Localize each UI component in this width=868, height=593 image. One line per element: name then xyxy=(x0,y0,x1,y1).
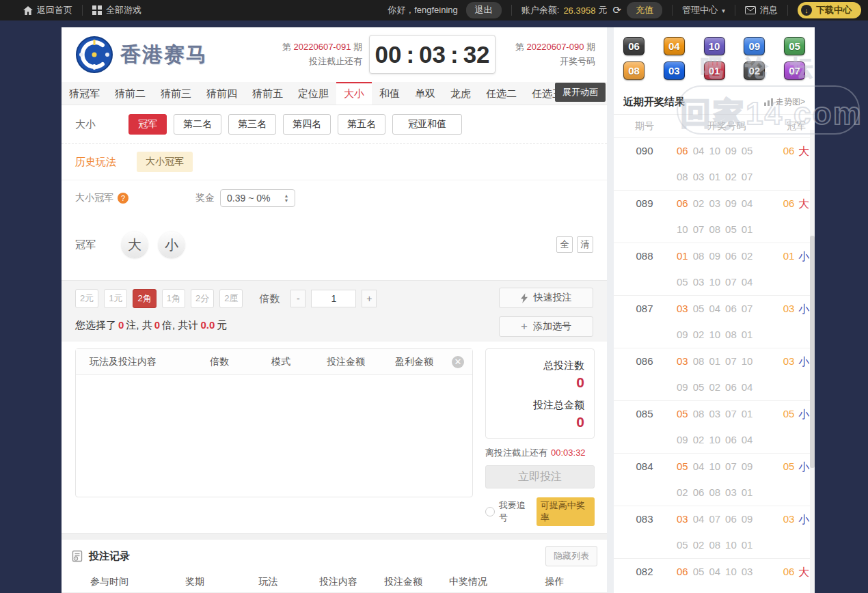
multiplier-minus-button[interactable]: - xyxy=(290,290,306,307)
result-number: 08 xyxy=(709,532,720,558)
summary-text: 注, 共 xyxy=(126,319,152,331)
download-icon: ↓ xyxy=(801,5,812,16)
bet-deadline-value: 00:03:32 xyxy=(551,447,586,458)
expand-animation-button[interactable]: 展开动画 xyxy=(555,83,606,102)
bet-slip-card: 玩法及投注内容倍数模式投注金额盈利金额 ✕ xyxy=(75,348,473,497)
position-button-第四名[interactable]: 第四名 xyxy=(283,114,331,135)
quick-bet-button[interactable]: 快速投注 xyxy=(499,288,593,308)
clear-button[interactable]: 清 xyxy=(577,236,593,253)
position-button-第三名[interactable]: 第三名 xyxy=(228,114,276,135)
help-icon[interactable]: ? xyxy=(118,193,128,204)
sidebar-rows: 0900604100905080301020706大08906020309041… xyxy=(614,138,815,593)
all-games-link[interactable]: 全部游戏 xyxy=(92,4,141,16)
draw-ball-row: 0604100905 xyxy=(623,37,805,55)
trend-chart-link[interactable]: 走势图> xyxy=(764,96,805,108)
tab-单双[interactable]: 单双 xyxy=(407,82,443,105)
refresh-balance-icon[interactable]: ⟳ xyxy=(612,4,621,16)
position-button-第五名[interactable]: 第五名 xyxy=(338,114,385,135)
admin-center-menu[interactable]: 管理中心 ▾ xyxy=(682,4,725,16)
download-center-button[interactable]: ↓ 下载中心 xyxy=(798,2,861,18)
result-number: 10 xyxy=(742,348,753,374)
denom-chip-2元[interactable]: 2元 xyxy=(75,289,98,308)
tab-猜冠军[interactable]: 猜冠军 xyxy=(62,82,107,105)
result-number: 07 xyxy=(742,296,753,322)
close-icon[interactable]: ✕ xyxy=(452,356,464,368)
option-小[interactable]: 小 xyxy=(159,232,185,258)
issue-suffix: 期 xyxy=(353,42,362,52)
champion-number: 06 xyxy=(783,197,795,209)
denom-chip-2分[interactable]: 2分 xyxy=(191,289,214,308)
tab-猜前二[interactable]: 猜前二 xyxy=(107,82,153,105)
countdown-seconds: 32 xyxy=(463,41,490,68)
amount-strip: 2元1元2角1角2分2厘 倍数 - + 您选择了0注, 共0倍, 共计0.0元 … xyxy=(62,280,607,342)
result-line2: 0802010709 xyxy=(677,585,778,593)
position-button-第二名[interactable]: 第二名 xyxy=(174,114,221,135)
mini-buttons: 全 清 xyxy=(556,236,593,253)
tab-大小[interactable]: 大小 xyxy=(336,82,372,105)
multiplier-input[interactable] xyxy=(311,290,356,307)
result-number: 06 xyxy=(677,559,688,585)
records-column-header: 投注内容 xyxy=(304,576,372,588)
prize-select[interactable]: 0.39 ~ 0% ▲▼ xyxy=(220,189,295,207)
result-number: 06 xyxy=(725,506,737,532)
result-line1: 0304070609 xyxy=(677,506,778,532)
topbar-divider xyxy=(82,5,83,16)
last-issue-number: 20220607-090 xyxy=(527,42,584,52)
result-number: 01 xyxy=(709,348,720,374)
option-大[interactable]: 大 xyxy=(122,232,148,258)
denom-chip-1角[interactable]: 1角 xyxy=(162,289,185,308)
sidebar-scrollbar[interactable] xyxy=(810,130,815,593)
tab-龙虎[interactable]: 龙虎 xyxy=(443,82,478,105)
denom-chip-1元[interactable]: 1元 xyxy=(104,289,127,308)
chase-radio[interactable] xyxy=(485,507,495,516)
result-numbers: 06050410030802010709 xyxy=(675,559,778,593)
draw-ball-05: 05 xyxy=(784,37,805,55)
total-bets-label: 总投注数 xyxy=(496,359,584,372)
champion-size: 小 xyxy=(798,355,809,370)
position-button-冠军[interactable]: 冠军 xyxy=(128,114,167,135)
result-issue: 086 xyxy=(614,348,675,400)
tab-猜前四[interactable]: 猜前四 xyxy=(199,82,245,105)
select-all-button[interactable]: 全 xyxy=(556,236,573,253)
history-tag-button[interactable]: 大小冠军 xyxy=(137,152,193,172)
result-number: 09 xyxy=(677,427,688,453)
result-number: 04 xyxy=(693,138,705,164)
denom-chip-2角[interactable]: 2角 xyxy=(133,289,156,308)
logo-icon xyxy=(75,36,113,74)
denom-chip-2厘[interactable]: 2厘 xyxy=(219,289,243,308)
result-numbers: 05080307010902100604 xyxy=(675,401,778,453)
history-label: 历史玩法 xyxy=(75,156,116,169)
tab-任选二[interactable]: 任选二 xyxy=(478,82,524,105)
hide-list-button[interactable]: 隐藏列表 xyxy=(545,546,597,566)
result-number: 05 xyxy=(677,401,688,427)
result-row: 0890602030904100708050106大 xyxy=(614,191,815,243)
back-home-label: 返回首页 xyxy=(37,4,72,16)
tab-猜前五[interactable]: 猜前五 xyxy=(245,82,290,105)
add-selection-button[interactable]: + 添加选号 xyxy=(499,316,593,337)
result-number: 07 xyxy=(693,217,705,243)
draw-ball-08: 08 xyxy=(623,61,645,80)
scrollbar-thumb[interactable] xyxy=(810,236,815,468)
nav-tabs: 猜冠军猜前二猜前三猜前四猜前五定位胆大小和值单双龙虎任选二任选三 xyxy=(62,82,570,105)
bet-now-button[interactable]: 立即投注 xyxy=(485,465,595,488)
chase-row: 我要追号 可提高中奖率 xyxy=(485,497,595,526)
records-header: 投注记录 隐藏列表 xyxy=(62,540,607,571)
position-button-冠亚和值[interactable]: 冠亚和值 xyxy=(392,114,462,135)
result-line2: 0902100604 xyxy=(677,427,778,453)
result-number: 02 xyxy=(693,427,705,453)
logout-button[interactable]: 退出 xyxy=(466,2,502,18)
tab-定位胆[interactable]: 定位胆 xyxy=(290,82,336,105)
messages-link[interactable]: 消息 xyxy=(745,4,778,16)
result-number: 08 xyxy=(693,348,705,374)
tab-和值[interactable]: 和值 xyxy=(372,82,407,105)
chart-icon xyxy=(764,98,773,106)
result-numbers: 03080107100905020604 xyxy=(675,348,778,400)
back-home-link[interactable]: 返回首页 xyxy=(23,4,72,16)
prize-label: 奖金 xyxy=(195,192,215,204)
position-row: 大小 冠军第二名第三名第四名第五名冠亚和值 xyxy=(62,105,607,144)
draw-ball-row: 0803010207 xyxy=(623,61,805,80)
draw-ball-07: 07 xyxy=(784,61,805,80)
tab-猜前三[interactable]: 猜前三 xyxy=(153,82,199,105)
recharge-button[interactable]: 充值 xyxy=(627,2,662,18)
multiplier-plus-button[interactable]: + xyxy=(362,290,377,307)
